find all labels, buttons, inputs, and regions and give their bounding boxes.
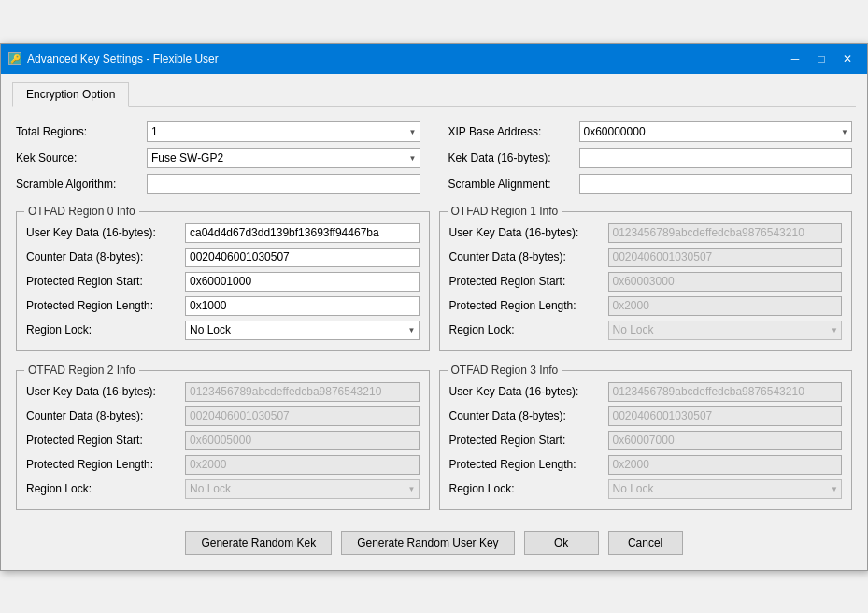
region-0-user-key-input[interactable] xyxy=(185,223,420,243)
region-0-counter-data-label: Counter Data (8-bytes): xyxy=(26,250,185,264)
xip-base-select[interactable]: 0x60000000 xyxy=(579,121,853,142)
region-2-region-start-input xyxy=(185,431,420,450)
region-2-user-key-input xyxy=(185,382,420,402)
region-3-title: OTFAD Region 3 Info xyxy=(448,364,562,377)
region-0-user-key-label: User Key Data (16-bytes): xyxy=(26,226,185,239)
total-regions-select-wrapper: 1 2 3 4 xyxy=(147,121,420,142)
region-1-region-lock-row: Region Lock: No LockRead Only LockWrite/… xyxy=(449,321,843,340)
kek-data-input[interactable]: 462d78251c5826d8c69f85b24689a23f xyxy=(579,148,853,168)
region-3-region-lock-row: Region Lock: No LockRead Only LockWrite/… xyxy=(449,479,843,499)
region-1-counter-data-input xyxy=(608,248,843,267)
region-1-region-length-row: Protected Region Length: xyxy=(449,296,843,316)
region-3-user-key-row: User Key Data (16-bytes): xyxy=(449,382,843,402)
region-3-counter-data-label: Counter Data (8-bytes): xyxy=(449,409,608,422)
region-1-region-start-row: Protected Region Start: xyxy=(449,272,843,292)
scramble-algorithm-input[interactable]: 0x33aa55cc xyxy=(147,174,420,194)
region-2-region-lock-row: Region Lock: No LockRead Only LockWrite/… xyxy=(26,479,420,499)
region-3-region-length-label: Protected Region Length: xyxy=(449,458,608,471)
generate-random-user-key-button[interactable]: Generate Random User Key xyxy=(341,531,514,555)
tab-bar: Encryption Option xyxy=(12,81,856,107)
region-1-region-lock-wrapper: No LockRead Only LockWrite/Read Lock xyxy=(608,321,843,340)
region-2-user-key-row: User Key Data (16-bytes): xyxy=(26,382,420,402)
main-window: 🔑 Advanced Key Settings - Flexible User … xyxy=(0,43,868,571)
region-1-inner: User Key Data (16-bytes): Counter Data (… xyxy=(449,223,843,340)
button-row: Generate Random Kek Generate Random User… xyxy=(16,531,852,555)
region-3-region-start-label: Protected Region Start: xyxy=(449,434,608,447)
scramble-algorithm-label: Scramble Algorithm: xyxy=(16,178,147,191)
region-3-inner: User Key Data (16-bytes): Counter Data (… xyxy=(449,382,843,499)
region-0-region-lock-wrapper: No LockRead Only LockWrite/Read Lock xyxy=(185,321,420,340)
region-2-region-length-label: Protected Region Length: xyxy=(26,458,185,471)
region-3-region-start-row: Protected Region Start: xyxy=(449,431,843,450)
total-regions-label: Total Regions: xyxy=(16,125,147,138)
region-1-region-start-input xyxy=(608,272,843,292)
region-0-counter-data-row: Counter Data (8-bytes): xyxy=(26,248,420,267)
region-0-region-start-input[interactable] xyxy=(185,272,420,292)
region-3-counter-data-input xyxy=(608,406,843,426)
regions-grid: OTFAD Region 0 Info User Key Data (16-by… xyxy=(16,211,852,520)
region-2-title: OTFAD Region 2 Info xyxy=(24,364,139,377)
minimize-button[interactable]: ─ xyxy=(783,50,807,68)
region-3-region-length-row: Protected Region Length: xyxy=(449,455,843,475)
region-1-user-key-label: User Key Data (16-bytes): xyxy=(449,226,608,239)
region-2-region-lock-select: No LockRead Only LockWrite/Read Lock xyxy=(185,479,420,499)
total-regions-select[interactable]: 1 2 3 4 xyxy=(147,121,420,142)
region-0-region-lock-label: Region Lock: xyxy=(26,323,185,336)
region-1-panel: OTFAD Region 1 Info User Key Data (16-by… xyxy=(439,211,853,351)
region-1-counter-data-label: Counter Data (8-bytes): xyxy=(449,250,608,264)
region-0-user-key-row: User Key Data (16-bytes): xyxy=(26,223,420,243)
total-regions-row: Total Regions: 1 2 3 4 xyxy=(16,121,420,142)
region-1-region-lock-label: Region Lock: xyxy=(449,323,608,336)
main-content: Total Regions: 1 2 3 4 Kek Source: xyxy=(12,118,856,559)
region-3-panel: OTFAD Region 3 Info User Key Data (16-by… xyxy=(439,370,853,510)
app-icon: 🔑 xyxy=(8,52,21,65)
region-3-user-key-label: User Key Data (16-bytes): xyxy=(449,385,608,398)
region-0-region-lock-select[interactable]: No LockRead Only LockWrite/Read Lock xyxy=(185,321,420,340)
scramble-alignment-label: Scramble Alignment: xyxy=(448,178,579,191)
region-3-region-lock-select: No LockRead Only LockWrite/Read Lock xyxy=(608,479,843,499)
region-3-region-lock-wrapper: No LockRead Only LockWrite/Read Lock xyxy=(608,479,843,499)
kek-data-label: Kek Data (16-bytes): xyxy=(448,151,579,164)
region-1-user-key-input xyxy=(608,223,843,243)
maximize-button[interactable]: □ xyxy=(809,50,833,68)
region-3-counter-data-row: Counter Data (8-bytes): xyxy=(449,406,843,426)
region-2-counter-data-label: Counter Data (8-bytes): xyxy=(26,409,185,422)
region-2-region-length-row: Protected Region Length: xyxy=(26,455,420,475)
kek-source-select-wrapper: Fuse SW-GP2 xyxy=(147,148,420,168)
ok-button[interactable]: Ok xyxy=(524,531,599,555)
region-2-region-lock-label: Region Lock: xyxy=(26,482,185,495)
region-0-panel: OTFAD Region 0 Info User Key Data (16-by… xyxy=(16,211,430,351)
region-0-title: OTFAD Region 0 Info xyxy=(24,205,139,218)
scramble-algorithm-row: Scramble Algorithm: 0x33aa55cc xyxy=(16,174,420,194)
cancel-button[interactable]: Cancel xyxy=(608,531,683,555)
region-0-region-start-label: Protected Region Start: xyxy=(26,275,185,288)
xip-base-row: XIP Base Address: 0x60000000 xyxy=(448,121,853,142)
region-1-counter-data-row: Counter Data (8-bytes): xyxy=(449,248,843,267)
scramble-alignment-input[interactable]: 0x1b xyxy=(579,174,853,194)
region-1-region-start-label: Protected Region Start: xyxy=(449,275,608,288)
close-button[interactable]: ✕ xyxy=(835,50,860,68)
window-body: Encryption Option Total Regions: 1 2 3 xyxy=(1,74,867,570)
region-3-region-lock-label: Region Lock: xyxy=(449,482,608,495)
global-settings: Total Regions: 1 2 3 4 Kek Source: xyxy=(16,121,852,200)
region-0-region-length-input[interactable] xyxy=(185,296,420,316)
region-2-counter-data-input xyxy=(185,406,420,426)
title-bar-left: 🔑 Advanced Key Settings - Flexible User xyxy=(8,52,219,65)
region-0-counter-data-input[interactable] xyxy=(185,248,420,267)
region-1-region-length-label: Protected Region Length: xyxy=(449,299,608,312)
xip-base-label: XIP Base Address: xyxy=(448,125,579,138)
region-2-panel: OTFAD Region 2 Info User Key Data (16-by… xyxy=(16,370,430,510)
generate-random-kek-button[interactable]: Generate Random Kek xyxy=(185,531,332,555)
title-bar: 🔑 Advanced Key Settings - Flexible User … xyxy=(1,44,867,74)
region-1-region-lock-select: No LockRead Only LockWrite/Read Lock xyxy=(608,321,843,340)
region-0-region-length-row: Protected Region Length: xyxy=(26,296,420,316)
kek-source-select[interactable]: Fuse SW-GP2 xyxy=(147,148,420,168)
region-2-region-lock-wrapper: No LockRead Only LockWrite/Read Lock xyxy=(185,479,420,499)
region-2-region-start-row: Protected Region Start: xyxy=(26,431,420,450)
tab-encryption-option[interactable]: Encryption Option xyxy=(12,82,129,107)
region-0-region-length-label: Protected Region Length: xyxy=(26,299,185,312)
global-left: Total Regions: 1 2 3 4 Kek Source: xyxy=(16,121,420,200)
region-1-title: OTFAD Region 1 Info xyxy=(448,205,562,218)
kek-source-row: Kek Source: Fuse SW-GP2 xyxy=(16,148,420,168)
region-3-region-length-input xyxy=(608,455,843,475)
